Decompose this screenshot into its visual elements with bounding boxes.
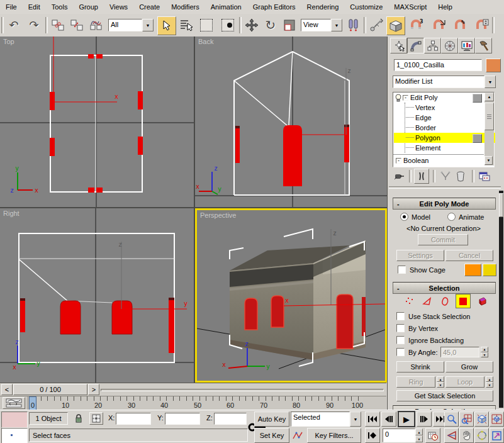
spinner-up-icon[interactable]: ▲	[481, 347, 488, 352]
zoom-extents-button[interactable]	[474, 412, 489, 427]
track-bar-ruler[interactable]: 0 10 20 30 40 50 60 70 80 90 100	[28, 396, 363, 410]
rectangular-selection-region-button[interactable]	[198, 17, 215, 33]
arc-rotate-button[interactable]	[474, 428, 489, 443]
ignore-backfacing-checkbox[interactable]: Ignore Backfacing	[396, 336, 464, 344]
zoom-button[interactable]	[444, 412, 459, 427]
cage-color-swatch[interactable]	[464, 264, 481, 276]
field-of-view-button[interactable]	[444, 428, 459, 443]
viewport-perspective-canvas[interactable]: x z z y x	[197, 210, 385, 381]
tab-display[interactable]	[458, 38, 475, 53]
dropdown-arrow-icon[interactable]: ▼	[350, 412, 361, 427]
menu-customize[interactable]: Customize	[344, 1, 388, 13]
modifier-enable-square[interactable]	[473, 94, 482, 103]
scroll-down-icon[interactable]: ▼	[484, 156, 493, 165]
commit-button[interactable]: Commit	[418, 234, 468, 245]
spinner-up-icon[interactable]: ▲	[415, 429, 423, 435]
percent-snap-toggle-button[interactable]: %	[452, 17, 469, 33]
dropdown-arrow-icon[interactable]: ▼	[331, 19, 342, 31]
time-slider-track[interactable]	[101, 389, 384, 391]
viewport-back-canvas[interactable]: z z x y	[195, 36, 387, 207]
key-filters-button[interactable]: Key Filters...	[307, 428, 361, 443]
x-coordinate-field[interactable]	[116, 413, 151, 425]
select-and-rotate-button[interactable]: ↻	[262, 17, 279, 33]
panel-scrollbar-thumb[interactable]	[499, 193, 503, 217]
animate-radio[interactable]: Animate	[447, 213, 484, 221]
stack-item-edit-poly[interactable]: - Edit Poly	[394, 93, 474, 103]
visibility-bulb-icon[interactable]	[395, 94, 402, 102]
select-by-name-button[interactable]	[177, 17, 195, 33]
window-crossing-toggle-button[interactable]	[219, 17, 237, 33]
pan-view-button[interactable]	[459, 428, 474, 443]
ring-spinner[interactable]: ▲▼	[437, 376, 444, 388]
loop-button[interactable]: Loop	[445, 376, 484, 388]
element-subobject-button[interactable]	[474, 295, 488, 308]
dropdown-arrow-icon[interactable]: ▼	[484, 76, 496, 88]
spinner-snap-toggle-button[interactable]	[473, 17, 491, 33]
spinner-up-icon[interactable]: ▲	[437, 376, 444, 382]
use-stack-selection-checkbox[interactable]: Use Stack Selection	[396, 312, 470, 320]
snaps-toggle-button[interactable]	[386, 16, 405, 35]
zoom-all-button[interactable]	[459, 412, 474, 427]
configure-modifier-sets-button[interactable]	[477, 169, 492, 184]
viewport-right-label[interactable]: Right	[3, 210, 20, 217]
snap-toggle-3-button[interactable]: 3	[408, 17, 425, 33]
maxscript-mini-listener-white[interactable]	[1, 428, 28, 443]
viewport-perspective[interactable]: Perspective	[195, 208, 387, 383]
tab-create[interactable]	[390, 38, 407, 53]
go-to-start-button[interactable]	[365, 412, 380, 427]
viewport-back[interactable]: Back z z x y	[195, 36, 387, 207]
viewport-right[interactable]: Right y z z y x	[0, 208, 194, 383]
loop-spinner[interactable]: ▲▼	[486, 376, 493, 388]
spinner-up-icon[interactable]: ▲	[486, 376, 493, 382]
rollout-selection[interactable]: - Selection	[393, 282, 496, 294]
menu-animation[interactable]: Animation	[205, 1, 247, 13]
play-animation-button[interactable]: ▶	[398, 411, 415, 427]
stack-scrollbar[interactable]: ▲ ▼	[484, 93, 494, 165]
make-unique-button[interactable]	[438, 169, 453, 184]
shrink-button[interactable]: Shrink	[396, 361, 444, 373]
spinner-down-icon[interactable]: ▼	[486, 382, 493, 388]
y-coordinate-field[interactable]	[165, 413, 200, 425]
select-object-button[interactable]	[157, 16, 176, 35]
select-and-scale-button[interactable]	[281, 17, 298, 33]
menu-graph-editors[interactable]: Graph Editors	[247, 1, 301, 13]
show-cage-checkbox[interactable]: Show Cage	[398, 266, 445, 274]
edge-subobject-button[interactable]	[420, 295, 434, 308]
collapse-box-icon[interactable]: -	[396, 158, 401, 164]
zoom-extents-all-button[interactable]	[490, 412, 504, 427]
viewport-right-canvas[interactable]: y z z y x	[0, 208, 194, 383]
spinner-down-icon[interactable]: ▼	[481, 352, 488, 358]
by-vertex-checkbox[interactable]: By Vertex	[396, 324, 438, 332]
frame-spinner[interactable]: ▲▼	[415, 429, 423, 442]
redo-button[interactable]: ↷	[25, 17, 43, 33]
spinner-down-icon[interactable]: ▼	[415, 435, 423, 442]
scroll-up-icon[interactable]: ▲	[484, 93, 494, 101]
stack-item-boolean[interactable]: - Boolean	[394, 155, 474, 165]
menu-edit[interactable]: Edit	[23, 1, 46, 13]
show-end-result-button[interactable]	[414, 169, 429, 184]
viewport-top[interactable]: Top x y x z	[0, 36, 194, 207]
maxscript-mini-listener-pink[interactable]	[1, 412, 28, 428]
collapse-box-icon[interactable]: -	[403, 95, 408, 101]
object-name-field[interactable]: 1_0100_Casilla	[394, 59, 482, 71]
key-filter-mode-dropdown[interactable]: Selected ▼	[291, 412, 361, 427]
selection-lock-toggle[interactable]	[72, 412, 86, 425]
get-stack-selection-button[interactable]: Get Stack Selection	[396, 390, 493, 401]
auto-key-button[interactable]: Auto Key	[254, 412, 289, 427]
set-key-button[interactable]: Set Key	[254, 428, 289, 443]
menu-create[interactable]: Create	[133, 1, 165, 13]
border-subobject-button[interactable]	[438, 295, 452, 308]
z-coordinate-field[interactable]	[214, 413, 247, 425]
maximize-viewport-toggle-button[interactable]	[490, 428, 504, 443]
angle-snap-toggle-button[interactable]	[430, 17, 448, 33]
stack-item-vertex[interactable]: Vertex	[394, 103, 486, 113]
tab-hierarchy[interactable]	[424, 38, 441, 53]
menu-rendering[interactable]: Rendering	[301, 1, 345, 13]
by-angle-checkbox[interactable]: By Angle:	[396, 348, 437, 356]
by-angle-field[interactable]: 45,0	[440, 347, 479, 357]
default-in-out-tangents-button[interactable]	[291, 428, 305, 443]
remove-modifier-button[interactable]	[453, 169, 468, 184]
stack-item-element[interactable]: Element	[394, 143, 486, 153]
menu-help[interactable]: Help	[432, 1, 458, 13]
menu-views[interactable]: Views	[104, 1, 133, 13]
